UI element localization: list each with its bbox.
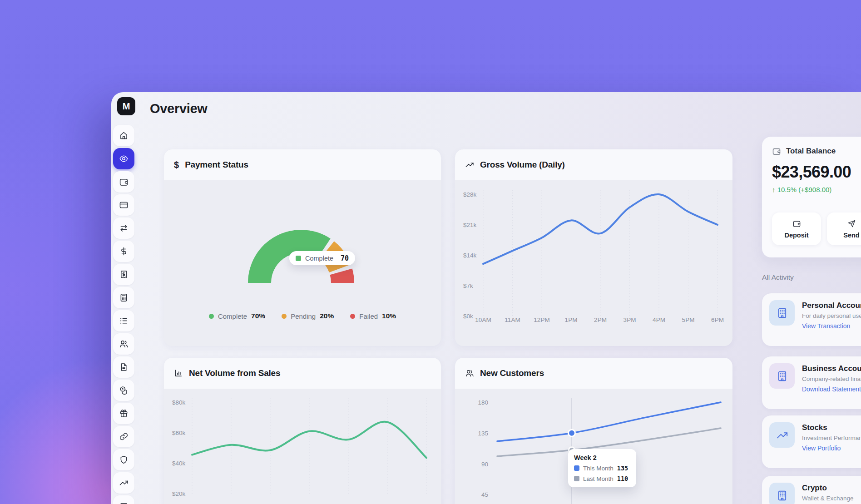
week-tooltip: Week 2 This Month135Last Month110 <box>568 449 636 487</box>
shield-icon <box>119 455 129 464</box>
legend-value: 20% <box>320 312 334 320</box>
legend-label: Failed <box>359 312 378 320</box>
tooltip-rows: This Month135Last Month110 <box>574 464 630 482</box>
legend-dot <box>282 314 287 319</box>
dollar-icon <box>119 247 129 256</box>
tooltip-row: This Month135 <box>574 464 630 472</box>
activity-item-personal-account[interactable]: Personal AccountFor daily personal useVi… <box>762 293 861 346</box>
deposit-button[interactable]: Deposit <box>772 212 821 245</box>
y-axis-tick: 45 <box>469 491 488 498</box>
activity-text: StocksInvestment PerformanceView Portfol… <box>802 422 861 461</box>
activity-link[interactable]: Download Statement <box>802 385 861 393</box>
tooltip-value: 70 <box>341 254 349 262</box>
series-label: Last Month <box>583 475 614 482</box>
sidebar-item-transfer[interactable] <box>113 217 134 239</box>
series-swatch <box>574 476 579 481</box>
activity-title: Stocks <box>802 423 861 432</box>
dollar-icon: $ <box>174 160 179 169</box>
legend-label: Complete <box>218 312 247 320</box>
x-axis-tick: 12PM <box>534 316 549 323</box>
complete-swatch <box>296 256 301 261</box>
gauge-tooltip: Complete 70 <box>289 251 355 265</box>
x-axis-tick: 4PM <box>653 316 665 323</box>
x-axis-tick: 10AM <box>475 316 491 323</box>
sidebar-item-gift[interactable] <box>113 403 134 424</box>
x-axis-tick: 6PM <box>711 316 724 323</box>
net-volume-header: Net Volume from Sales <box>164 358 441 389</box>
card-title: Gross Volume (Daily) <box>480 160 565 170</box>
net-volume-card: Net Volume from Sales $80k$60k$40k$20k <box>164 358 441 504</box>
new-customers-chart[interactable]: Week 2 This Month135Last Month110 180135… <box>455 389 732 504</box>
y-axis-tick: $21k <box>463 222 476 228</box>
activity-subtitle: For daily personal use <box>802 312 861 319</box>
gross-volume-header: Gross Volume (Daily) <box>455 149 732 180</box>
receipt-icon <box>119 270 129 279</box>
y-axis-tick: $7k <box>463 282 473 289</box>
sidebar-item-list[interactable] <box>113 310 134 331</box>
send-button[interactable]: Send <box>827 212 861 245</box>
y-axis-tick: $14k <box>463 252 476 259</box>
trend-up-icon <box>119 478 129 488</box>
document-icon <box>119 362 129 372</box>
sidebar-item-wallet[interactable] <box>113 171 134 193</box>
activity-title: Business Account <box>802 364 861 373</box>
device-icon <box>119 501 129 504</box>
y-axis-tick: $28k <box>463 191 476 198</box>
sidebar-item-receipt[interactable] <box>113 264 134 285</box>
x-axis-tick: 1PM <box>565 316 578 323</box>
sidebar-item-credit-card[interactable] <box>113 194 134 216</box>
activity-subtitle: Company-related finances <box>802 376 861 382</box>
sidebar-item-shield[interactable] <box>113 449 134 470</box>
sidebar-item-link[interactable] <box>113 426 134 447</box>
button-label: Send <box>843 232 859 239</box>
sidebar-item-coins[interactable] <box>113 380 134 401</box>
legend-dot <box>350 314 355 319</box>
tooltip-title: Week 2 <box>574 454 630 461</box>
sidebar-item-trend-up[interactable] <box>113 472 134 494</box>
activity-subtitle: Wallet & Exchange <box>802 495 854 502</box>
sidebar-item-document[interactable] <box>113 356 134 378</box>
series-value: 110 <box>617 475 628 482</box>
legend-item-failed: Failed10% <box>350 312 396 320</box>
activity-title: Crypto <box>802 484 854 493</box>
y-axis-tick: $40k <box>172 460 185 467</box>
activity-item-business-account[interactable]: Business AccountCompany-related finances… <box>762 356 861 409</box>
sidebar-item-users[interactable] <box>113 333 134 355</box>
x-axis-tick: 2PM <box>594 316 607 323</box>
series-label: This Month <box>583 465 614 472</box>
gift-icon <box>119 409 129 418</box>
legend-item-complete: Complete70% <box>209 312 265 320</box>
net-volume-chart[interactable]: $80k$60k$40k$20k <box>164 389 441 504</box>
activity-link[interactable]: View Transaction <box>802 322 861 330</box>
card-title: Net Volume from Sales <box>189 368 280 378</box>
app-logo[interactable]: M <box>117 97 135 115</box>
gross-volume-chart[interactable]: $28k$21k$14k$7k$0k10AM11AM12PM1PM2PM3PM4… <box>455 180 732 346</box>
total-balance-amount: $23,569.00 <box>772 163 861 182</box>
total-balance-header: Total Balance <box>772 147 861 156</box>
total-balance-label: Total Balance <box>786 147 836 156</box>
x-axis-tick: 3PM <box>623 316 636 323</box>
sidebar-item-home[interactable] <box>113 125 134 146</box>
sidebar-item-device[interactable] <box>113 495 134 504</box>
home-icon <box>119 131 129 140</box>
y-axis-tick: 135 <box>469 430 488 437</box>
legend-item-pending: Pending20% <box>282 312 334 320</box>
activity-item-stocks[interactable]: StocksInvestment PerformanceView Portfol… <box>762 415 861 468</box>
all-activity-heading: All Activity <box>762 273 794 282</box>
send-icon <box>847 219 856 228</box>
activity-item-crypto[interactable]: CryptoWallet & Exchange <box>762 476 861 504</box>
y-axis-tick: 90 <box>469 461 488 468</box>
payment-status-header: $ Payment Status <box>164 149 441 180</box>
net_volume-svg <box>164 389 441 504</box>
payment-status-gauge[interactable]: Complete 70 Complete70%Pending20%Failed1… <box>164 180 441 346</box>
eye-icon <box>119 154 129 163</box>
activity-link[interactable]: View Portfolio <box>802 445 861 452</box>
sidebar-item-dollar[interactable] <box>113 241 134 262</box>
gross-volume-card: Gross Volume (Daily) $28k$21k$14k$7k$0k1… <box>455 149 732 346</box>
total-balance-card: Total Balance $23,569.00 ↑ 10.5% (+$908.… <box>762 137 861 257</box>
payment-status-card: $ Payment Status Complete 70 Complete70%… <box>164 149 441 346</box>
sidebar-item-eye[interactable] <box>113 148 134 169</box>
activity-text: CryptoWallet & Exchange <box>802 483 854 504</box>
sidebar-item-calculator[interactable] <box>113 287 134 308</box>
balance-actions: DepositSend <box>772 212 861 245</box>
